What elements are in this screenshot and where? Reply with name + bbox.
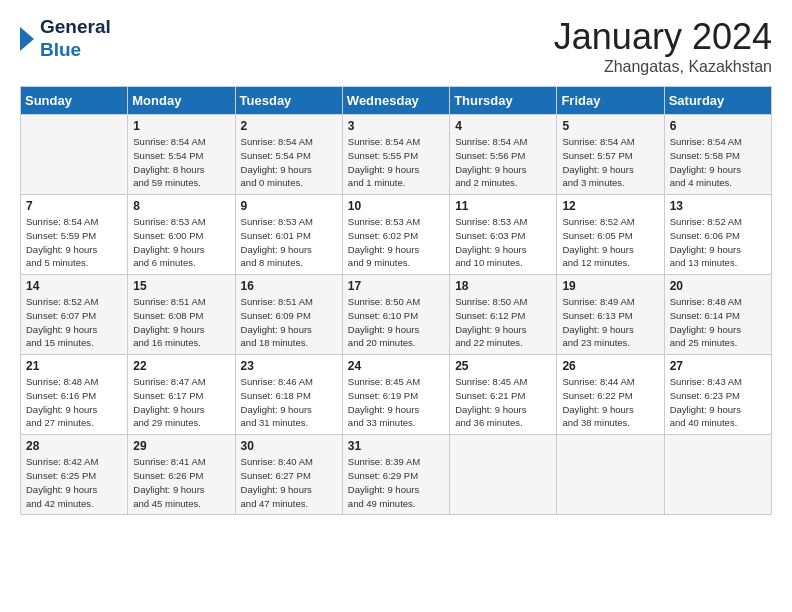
header-row: SundayMondayTuesdayWednesdayThursdayFrid… bbox=[21, 87, 772, 115]
day-cell: 2Sunrise: 8:54 AM Sunset: 5:54 PM Daylig… bbox=[235, 115, 342, 195]
day-number: 3 bbox=[348, 119, 444, 133]
day-cell: 1Sunrise: 8:54 AM Sunset: 5:54 PM Daylig… bbox=[128, 115, 235, 195]
logo-general-text: General bbox=[40, 16, 111, 39]
day-cell bbox=[450, 435, 557, 515]
calendar-title: January 2024 bbox=[554, 16, 772, 58]
day-info: Sunrise: 8:48 AM Sunset: 6:14 PM Dayligh… bbox=[670, 295, 766, 350]
day-cell: 14Sunrise: 8:52 AM Sunset: 6:07 PM Dayli… bbox=[21, 275, 128, 355]
day-number: 22 bbox=[133, 359, 229, 373]
header-cell-tuesday: Tuesday bbox=[235, 87, 342, 115]
day-number: 6 bbox=[670, 119, 766, 133]
day-info: Sunrise: 8:51 AM Sunset: 6:08 PM Dayligh… bbox=[133, 295, 229, 350]
logo: General Blue bbox=[20, 16, 111, 62]
day-cell: 25Sunrise: 8:45 AM Sunset: 6:21 PM Dayli… bbox=[450, 355, 557, 435]
day-number: 1 bbox=[133, 119, 229, 133]
day-number: 8 bbox=[133, 199, 229, 213]
week-row-5: 28Sunrise: 8:42 AM Sunset: 6:25 PM Dayli… bbox=[21, 435, 772, 515]
day-info: Sunrise: 8:53 AM Sunset: 6:03 PM Dayligh… bbox=[455, 215, 551, 270]
day-info: Sunrise: 8:46 AM Sunset: 6:18 PM Dayligh… bbox=[241, 375, 337, 430]
day-info: Sunrise: 8:52 AM Sunset: 6:06 PM Dayligh… bbox=[670, 215, 766, 270]
day-info: Sunrise: 8:53 AM Sunset: 6:01 PM Dayligh… bbox=[241, 215, 337, 270]
day-info: Sunrise: 8:52 AM Sunset: 6:05 PM Dayligh… bbox=[562, 215, 658, 270]
day-number: 30 bbox=[241, 439, 337, 453]
day-number: 10 bbox=[348, 199, 444, 213]
day-number: 9 bbox=[241, 199, 337, 213]
day-number: 17 bbox=[348, 279, 444, 293]
day-info: Sunrise: 8:42 AM Sunset: 6:25 PM Dayligh… bbox=[26, 455, 122, 510]
day-cell: 15Sunrise: 8:51 AM Sunset: 6:08 PM Dayli… bbox=[128, 275, 235, 355]
day-cell: 31Sunrise: 8:39 AM Sunset: 6:29 PM Dayli… bbox=[342, 435, 449, 515]
day-info: Sunrise: 8:41 AM Sunset: 6:26 PM Dayligh… bbox=[133, 455, 229, 510]
day-info: Sunrise: 8:48 AM Sunset: 6:16 PM Dayligh… bbox=[26, 375, 122, 430]
day-cell: 17Sunrise: 8:50 AM Sunset: 6:10 PM Dayli… bbox=[342, 275, 449, 355]
day-number: 11 bbox=[455, 199, 551, 213]
day-info: Sunrise: 8:54 AM Sunset: 5:54 PM Dayligh… bbox=[133, 135, 229, 190]
day-cell: 10Sunrise: 8:53 AM Sunset: 6:02 PM Dayli… bbox=[342, 195, 449, 275]
day-cell: 21Sunrise: 8:48 AM Sunset: 6:16 PM Dayli… bbox=[21, 355, 128, 435]
day-number: 15 bbox=[133, 279, 229, 293]
day-cell: 7Sunrise: 8:54 AM Sunset: 5:59 PM Daylig… bbox=[21, 195, 128, 275]
svg-marker-0 bbox=[20, 27, 34, 51]
day-cell: 28Sunrise: 8:42 AM Sunset: 6:25 PM Dayli… bbox=[21, 435, 128, 515]
day-cell: 6Sunrise: 8:54 AM Sunset: 5:58 PM Daylig… bbox=[664, 115, 771, 195]
day-info: Sunrise: 8:54 AM Sunset: 5:58 PM Dayligh… bbox=[670, 135, 766, 190]
day-cell bbox=[664, 435, 771, 515]
week-row-1: 1Sunrise: 8:54 AM Sunset: 5:54 PM Daylig… bbox=[21, 115, 772, 195]
day-info: Sunrise: 8:54 AM Sunset: 5:59 PM Dayligh… bbox=[26, 215, 122, 270]
day-number: 4 bbox=[455, 119, 551, 133]
day-cell: 20Sunrise: 8:48 AM Sunset: 6:14 PM Dayli… bbox=[664, 275, 771, 355]
day-number: 2 bbox=[241, 119, 337, 133]
day-info: Sunrise: 8:50 AM Sunset: 6:12 PM Dayligh… bbox=[455, 295, 551, 350]
day-cell: 8Sunrise: 8:53 AM Sunset: 6:00 PM Daylig… bbox=[128, 195, 235, 275]
day-info: Sunrise: 8:50 AM Sunset: 6:10 PM Dayligh… bbox=[348, 295, 444, 350]
day-info: Sunrise: 8:52 AM Sunset: 6:07 PM Dayligh… bbox=[26, 295, 122, 350]
day-number: 31 bbox=[348, 439, 444, 453]
day-cell: 24Sunrise: 8:45 AM Sunset: 6:19 PM Dayli… bbox=[342, 355, 449, 435]
day-info: Sunrise: 8:40 AM Sunset: 6:27 PM Dayligh… bbox=[241, 455, 337, 510]
header: General Blue January 2024 Zhangatas, Kaz… bbox=[20, 16, 772, 76]
day-number: 29 bbox=[133, 439, 229, 453]
header-cell-friday: Friday bbox=[557, 87, 664, 115]
day-cell: 5Sunrise: 8:54 AM Sunset: 5:57 PM Daylig… bbox=[557, 115, 664, 195]
day-cell: 16Sunrise: 8:51 AM Sunset: 6:09 PM Dayli… bbox=[235, 275, 342, 355]
header-cell-monday: Monday bbox=[128, 87, 235, 115]
day-number: 7 bbox=[26, 199, 122, 213]
day-cell: 4Sunrise: 8:54 AM Sunset: 5:56 PM Daylig… bbox=[450, 115, 557, 195]
day-cell: 13Sunrise: 8:52 AM Sunset: 6:06 PM Dayli… bbox=[664, 195, 771, 275]
day-number: 20 bbox=[670, 279, 766, 293]
day-info: Sunrise: 8:54 AM Sunset: 5:57 PM Dayligh… bbox=[562, 135, 658, 190]
day-number: 27 bbox=[670, 359, 766, 373]
day-cell: 27Sunrise: 8:43 AM Sunset: 6:23 PM Dayli… bbox=[664, 355, 771, 435]
day-info: Sunrise: 8:53 AM Sunset: 6:00 PM Dayligh… bbox=[133, 215, 229, 270]
day-cell: 19Sunrise: 8:49 AM Sunset: 6:13 PM Dayli… bbox=[557, 275, 664, 355]
header-cell-thursday: Thursday bbox=[450, 87, 557, 115]
calendar-table: SundayMondayTuesdayWednesdayThursdayFrid… bbox=[20, 86, 772, 515]
day-cell: 12Sunrise: 8:52 AM Sunset: 6:05 PM Dayli… bbox=[557, 195, 664, 275]
day-cell bbox=[21, 115, 128, 195]
title-area: January 2024 Zhangatas, Kazakhstan bbox=[554, 16, 772, 76]
day-number: 5 bbox=[562, 119, 658, 133]
logo-triangle-icon bbox=[20, 21, 36, 57]
week-row-4: 21Sunrise: 8:48 AM Sunset: 6:16 PM Dayli… bbox=[21, 355, 772, 435]
day-cell: 30Sunrise: 8:40 AM Sunset: 6:27 PM Dayli… bbox=[235, 435, 342, 515]
day-info: Sunrise: 8:39 AM Sunset: 6:29 PM Dayligh… bbox=[348, 455, 444, 510]
week-row-3: 14Sunrise: 8:52 AM Sunset: 6:07 PM Dayli… bbox=[21, 275, 772, 355]
page: General Blue January 2024 Zhangatas, Kaz… bbox=[0, 0, 792, 525]
day-info: Sunrise: 8:43 AM Sunset: 6:23 PM Dayligh… bbox=[670, 375, 766, 430]
header-cell-sunday: Sunday bbox=[21, 87, 128, 115]
day-number: 18 bbox=[455, 279, 551, 293]
day-number: 16 bbox=[241, 279, 337, 293]
week-row-2: 7Sunrise: 8:54 AM Sunset: 5:59 PM Daylig… bbox=[21, 195, 772, 275]
logo-blue-text: Blue bbox=[40, 39, 111, 62]
day-cell: 22Sunrise: 8:47 AM Sunset: 6:17 PM Dayli… bbox=[128, 355, 235, 435]
day-info: Sunrise: 8:53 AM Sunset: 6:02 PM Dayligh… bbox=[348, 215, 444, 270]
day-info: Sunrise: 8:54 AM Sunset: 5:56 PM Dayligh… bbox=[455, 135, 551, 190]
day-info: Sunrise: 8:54 AM Sunset: 5:55 PM Dayligh… bbox=[348, 135, 444, 190]
day-info: Sunrise: 8:45 AM Sunset: 6:21 PM Dayligh… bbox=[455, 375, 551, 430]
day-info: Sunrise: 8:51 AM Sunset: 6:09 PM Dayligh… bbox=[241, 295, 337, 350]
day-number: 26 bbox=[562, 359, 658, 373]
day-number: 23 bbox=[241, 359, 337, 373]
day-cell: 26Sunrise: 8:44 AM Sunset: 6:22 PM Dayli… bbox=[557, 355, 664, 435]
header-cell-wednesday: Wednesday bbox=[342, 87, 449, 115]
day-number: 21 bbox=[26, 359, 122, 373]
